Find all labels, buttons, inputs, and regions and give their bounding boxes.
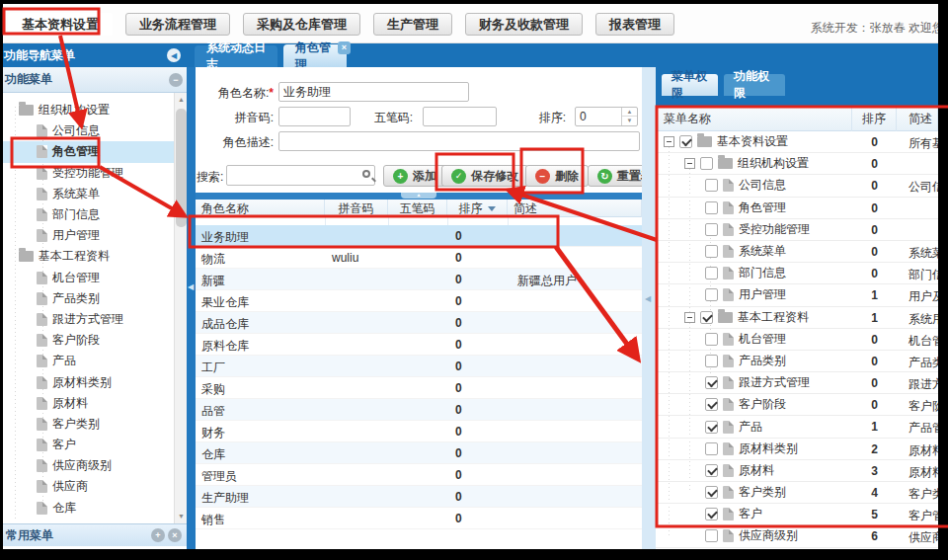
permission-checkbox[interactable] — [705, 376, 718, 389]
perm-column-header-2[interactable]: 排序 — [852, 106, 897, 131]
permission-row[interactable]: 基本工程资料1系统用 — [656, 307, 938, 329]
collapse-handle-icon[interactable]: ▲ — [401, 193, 436, 199]
permission-checkbox[interactable] — [705, 464, 718, 477]
tab-menu-permissions[interactable]: 菜单权限 — [662, 74, 718, 96]
wubi-input[interactable] — [423, 107, 497, 126]
sidebar-node[interactable]: 客户类别 — [3, 414, 174, 435]
table-row[interactable]: 生产助理0 — [196, 486, 642, 508]
table-row[interactable]: 采购0 — [196, 377, 642, 399]
permission-row[interactable]: 机台管理0机台管 — [656, 329, 938, 351]
splitter-collapse2-icon[interactable]: ◀ — [645, 294, 651, 303]
table-row[interactable]: 财务0 — [196, 421, 642, 442]
sidebar-node[interactable]: 系统菜单 — [3, 184, 174, 204]
sidebar-scrollbar[interactable]: ▲ ▼ — [174, 93, 187, 523]
permission-row[interactable]: 供应商级别6供应商 — [656, 525, 938, 547]
collapse-sidebar-icon[interactable]: ◀ — [167, 48, 181, 62]
sidebar-node[interactable]: 供应商级别 — [3, 455, 174, 476]
table-row[interactable]: 新疆0新疆总用户 — [196, 269, 642, 290]
sidebar-node[interactable]: 产品 — [3, 351, 174, 371]
pinyin-input[interactable] — [278, 107, 351, 126]
scrollbar-thumb[interactable] — [176, 109, 187, 227]
permission-checkbox[interactable] — [705, 398, 718, 411]
sidebar-node[interactable]: 部门信息 — [3, 204, 174, 225]
sidebar-node[interactable]: 基本工程资料 — [3, 246, 174, 267]
sidebar-node[interactable]: 公司信息 — [3, 120, 174, 141]
collapse-node-icon[interactable] — [664, 136, 674, 147]
permission-row[interactable]: 产品类别0产品类 — [656, 351, 938, 372]
table-row[interactable]: 成品仓库0 — [196, 312, 642, 334]
tab-function-permissions[interactable]: 功能权限 — [724, 74, 785, 96]
spin-up-icon[interactable]: ▲ — [622, 108, 637, 117]
sidebar-node[interactable]: 受控功能管理 — [3, 163, 174, 184]
search-input[interactable] — [226, 165, 375, 186]
sidebar-node[interactable]: 用户管理 — [3, 225, 174, 246]
permission-checkbox[interactable] — [705, 179, 718, 192]
permission-checkbox[interactable] — [700, 157, 713, 170]
permission-row[interactable]: 用户管理1用户及 — [656, 284, 938, 306]
permission-checkbox[interactable] — [705, 333, 718, 346]
permission-checkbox[interactable] — [705, 355, 718, 367]
splitter-collapse-icon[interactable]: ◀ — [188, 282, 194, 291]
perm-column-header-3[interactable]: 简述 — [897, 106, 938, 131]
accordion-common-menu[interactable]: 常用菜单 + × — [3, 523, 187, 546]
permission-row[interactable]: 受控功能管理0 — [656, 219, 938, 241]
permission-checkbox[interactable] — [700, 311, 713, 324]
topmenu-6[interactable]: 报表管理 — [595, 13, 674, 36]
permission-checkbox[interactable] — [705, 442, 718, 455]
sidebar-node[interactable]: 跟进方式管理 — [3, 309, 174, 330]
add-common-icon[interactable]: + — [151, 528, 165, 542]
role-desc-input[interactable] — [278, 131, 640, 151]
permission-checkbox[interactable] — [705, 223, 718, 236]
table-row[interactable]: 工厂0 — [196, 356, 642, 377]
column-header-1[interactable]: 角色名称 — [196, 200, 325, 217]
permission-checkbox[interactable] — [705, 508, 718, 520]
permission-checkbox[interactable] — [705, 267, 718, 280]
toolbar-button-add[interactable]: +添加 — [383, 165, 446, 187]
table-row[interactable]: 品管0 — [196, 399, 642, 421]
table-row[interactable]: 销售0 — [196, 508, 642, 529]
table-row[interactable]: 物流wuliu0 — [196, 247, 642, 269]
permission-row[interactable]: 客户5客户管 — [656, 504, 938, 525]
sidebar-node[interactable]: 角色管理 — [3, 141, 174, 162]
permission-row[interactable]: 系统菜单0系统菜 — [656, 241, 938, 263]
permission-row[interactable]: 部门信息0部门信 — [656, 263, 938, 284]
spinner-arrows[interactable]: ▲▼ — [621, 108, 637, 125]
collapse-node-icon[interactable] — [684, 312, 695, 323]
column-header-4[interactable]: 排序 — [447, 200, 508, 217]
table-row[interactable]: 原料仓库0 — [196, 334, 642, 356]
topmenu-2[interactable]: 业务流程管理 — [125, 13, 230, 36]
toolbar-button-del[interactable]: −删除 — [525, 165, 589, 187]
tab-system-log[interactable]: 系统动态日志 — [195, 45, 277, 67]
column-header-5[interactable]: 简述 — [508, 200, 642, 217]
close-common-icon[interactable]: × — [168, 528, 182, 542]
permission-row[interactable]: 角色管理0 — [656, 198, 938, 219]
search-icon[interactable] — [362, 170, 370, 178]
sidebar-node[interactable]: 供应商 — [3, 476, 174, 497]
collapse-accordion-icon[interactable]: − — [169, 73, 183, 87]
role-name-input[interactable] — [278, 82, 469, 102]
permission-checkbox[interactable] — [705, 486, 718, 499]
collapse-node-icon[interactable] — [684, 158, 695, 169]
spin-down-icon[interactable]: ▼ — [622, 117, 637, 125]
permission-row[interactable]: 客户阶段0客户阶 — [656, 394, 938, 416]
right-splitter[interactable]: ◀ — [642, 67, 656, 549]
sidebar-node[interactable]: 客户 — [3, 435, 174, 455]
column-header-3[interactable]: 五笔码 — [388, 200, 447, 217]
sidebar-node[interactable]: 原材料类别 — [3, 371, 174, 392]
sidebar-node[interactable]: 客户阶段 — [3, 330, 174, 351]
column-header-2[interactable]: 拼音码 — [325, 200, 388, 217]
permission-checkbox[interactable] — [705, 529, 718, 542]
permission-row[interactable]: 跟进方式管理0跟进方 — [656, 372, 938, 394]
sidebar-node[interactable]: 仓库 — [3, 498, 174, 519]
perm-column-header-1[interactable]: 菜单名称 — [656, 106, 852, 131]
permission-checkbox[interactable] — [705, 421, 718, 434]
permission-row[interactable]: 原材料类别2原材料 — [656, 439, 938, 460]
permission-row[interactable]: 供应商 — [656, 548, 938, 549]
toolbar-button-save[interactable]: ✓保存修改 — [441, 165, 528, 187]
left-splitter[interactable]: ◀ — [187, 67, 196, 549]
permission-row[interactable]: 产品1产品管 — [656, 416, 938, 438]
permission-row[interactable]: 客户类别4客户类 — [656, 482, 938, 504]
permission-row[interactable]: 组织机构设置0 — [656, 153, 938, 175]
toolbar-button-reset[interactable]: ↻重置表单 — [588, 165, 642, 187]
permission-checkbox[interactable] — [705, 288, 718, 301]
